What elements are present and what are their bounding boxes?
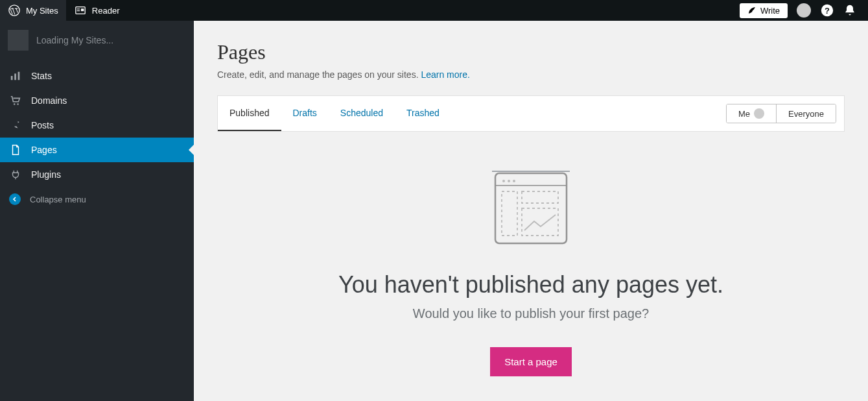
page-icon <box>9 143 22 156</box>
sidebar-item-posts[interactable]: Posts <box>0 113 194 138</box>
sidebar-item-domains[interactable]: Domains <box>0 88 194 113</box>
sidebar-menu: Stats Domains Posts Pages Plugins <box>0 64 194 187</box>
tab-scheduled[interactable]: Scheduled <box>329 96 395 131</box>
sidebar-item-label: Pages <box>31 145 57 155</box>
learn-more-link[interactable]: Learn more. <box>421 69 469 80</box>
sidebar-item-label: Plugins <box>31 169 61 180</box>
page-description-text: Create, edit, and manage the pages on yo… <box>217 69 421 80</box>
svg-rect-8 <box>14 73 16 80</box>
sidebar-item-label: Domains <box>31 95 67 106</box>
main-content: Pages Create, edit, and manage the pages… <box>194 21 868 401</box>
collapse-icon <box>9 193 21 205</box>
sidebar-item-plugins[interactable]: Plugins <box>0 162 194 187</box>
svg-point-15 <box>502 180 505 182</box>
svg-point-17 <box>513 180 515 182</box>
svg-point-11 <box>17 103 19 105</box>
author-filter: Me Everyone <box>726 104 836 123</box>
sidebar-item-label: Posts <box>31 120 54 130</box>
svg-rect-19 <box>502 191 517 236</box>
plug-icon <box>9 168 22 181</box>
svg-rect-4 <box>81 8 84 11</box>
site-thumbnail <box>8 30 29 51</box>
svg-text:?: ? <box>825 6 830 16</box>
my-sites-label: My Sites <box>26 6 58 16</box>
collapse-label: Collapse menu <box>30 195 86 204</box>
reader-label: Reader <box>92 6 120 16</box>
write-button[interactable]: Write <box>740 3 788 18</box>
empty-illustration <box>486 171 576 245</box>
topbar-right: Write ? <box>740 3 868 18</box>
svg-point-16 <box>508 180 510 182</box>
svg-point-10 <box>14 103 16 105</box>
site-switcher[interactable]: Loading My Sites... <box>0 21 194 60</box>
stats-icon <box>9 69 22 82</box>
svg-rect-3 <box>76 10 80 11</box>
notifications-icon[interactable] <box>843 4 856 17</box>
my-sites-tab[interactable]: My Sites <box>0 0 66 21</box>
topbar-left: My Sites Reader <box>0 0 127 21</box>
write-label: Write <box>760 6 780 16</box>
empty-state: You haven't published any pages yet. Wou… <box>217 171 845 376</box>
svg-rect-18 <box>495 185 567 186</box>
svg-rect-21 <box>522 208 558 236</box>
sidebar-item-stats[interactable]: Stats <box>0 64 194 88</box>
empty-title: You haven't published any pages yet. <box>217 271 845 298</box>
tab-trashed[interactable]: Trashed <box>395 96 451 131</box>
sidebar: Loading My Sites... Stats Domains Posts … <box>0 21 194 401</box>
svg-rect-20 <box>522 191 558 203</box>
tab-drafts[interactable]: Drafts <box>281 96 329 131</box>
collapse-menu[interactable]: Collapse menu <box>0 187 194 212</box>
filter-me-label: Me <box>738 109 750 119</box>
wordpress-icon <box>8 4 21 17</box>
sidebar-item-pages[interactable]: Pages <box>0 138 194 162</box>
cart-icon <box>9 94 22 107</box>
svg-rect-13 <box>495 173 567 243</box>
help-icon[interactable]: ? <box>820 3 834 18</box>
profile-avatar[interactable] <box>797 3 811 18</box>
tab-published[interactable]: Published <box>218 96 281 131</box>
feather-icon <box>747 6 757 15</box>
reader-tab[interactable]: Reader <box>66 0 128 21</box>
svg-rect-2 <box>76 8 80 9</box>
start-page-button[interactable]: Start a page <box>490 347 572 376</box>
page-title: Pages <box>217 40 845 64</box>
svg-rect-7 <box>11 76 13 80</box>
svg-rect-9 <box>18 72 20 80</box>
reader-icon <box>74 4 87 17</box>
status-tabs: Published Drafts Scheduled Trashed <box>218 96 451 131</box>
page-description: Create, edit, and manage the pages on yo… <box>217 69 845 80</box>
me-avatar-icon <box>754 108 764 119</box>
svg-rect-12 <box>492 171 570 172</box>
site-loading-label: Loading My Sites... <box>36 35 113 45</box>
pin-icon <box>9 119 22 132</box>
filter-everyone[interactable]: Everyone <box>776 104 836 123</box>
top-bar: My Sites Reader Write ? <box>0 0 868 21</box>
tabs-card: Published Drafts Scheduled Trashed Me Ev… <box>217 95 845 132</box>
filter-me[interactable]: Me <box>727 104 776 123</box>
empty-subtitle: Would you like to publish your first pag… <box>217 306 845 321</box>
sidebar-item-label: Stats <box>31 71 52 81</box>
